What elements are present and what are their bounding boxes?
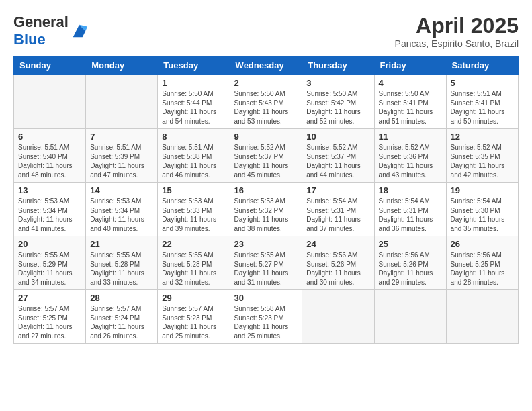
day-cell: 23Sunrise: 5:55 AMSunset: 5:27 PMDayligh… [230,236,302,290]
day-cell: 10Sunrise: 5:52 AMSunset: 5:37 PMDayligh… [302,129,374,183]
day-number: 20 [18,239,81,249]
page-header: General Blue April 2025 Pancas, Espirito… [13,13,519,49]
day-number: 3 [306,78,369,88]
day-info: Sunrise: 5:54 AMSunset: 5:31 PMDaylight:… [306,197,369,233]
day-info: Sunrise: 5:52 AMSunset: 5:36 PMDaylight:… [379,143,442,179]
logo: General Blue [13,13,89,48]
day-info: Sunrise: 5:51 AMSunset: 5:38 PMDaylight:… [162,143,225,179]
day-info: Sunrise: 5:50 AMSunset: 5:42 PMDaylight:… [306,89,369,126]
day-info: Sunrise: 5:55 AMSunset: 5:28 PMDaylight:… [162,250,225,287]
day-cell: 26Sunrise: 5:56 AMSunset: 5:25 PMDayligh… [446,236,518,290]
day-cell: 30Sunrise: 5:58 AMSunset: 5:23 PMDayligh… [230,290,302,344]
day-info: Sunrise: 5:55 AMSunset: 5:29 PMDaylight:… [18,250,81,287]
day-cell: 4Sunrise: 5:50 AMSunset: 5:41 PMDaylight… [374,75,446,129]
day-info: Sunrise: 5:57 AMSunset: 5:24 PMDaylight:… [90,304,153,340]
day-cell: 20Sunrise: 5:55 AMSunset: 5:29 PMDayligh… [14,236,86,290]
day-info: Sunrise: 5:56 AMSunset: 5:25 PMDaylight:… [451,250,514,287]
day-number: 18 [379,185,442,195]
day-number: 5 [451,78,514,88]
day-number: 24 [306,239,369,249]
month-title: April 2025 [395,13,519,38]
day-cell: 12Sunrise: 5:52 AMSunset: 5:35 PMDayligh… [446,129,518,183]
day-number: 4 [379,78,442,88]
day-cell: 5Sunrise: 5:51 AMSunset: 5:41 PMDaylight… [446,75,518,129]
day-number: 15 [162,185,225,195]
day-number: 28 [90,293,153,303]
day-number: 9 [234,132,298,142]
day-cell [302,290,374,344]
day-number: 25 [379,239,442,249]
title-area: April 2025 Pancas, Espirito Santo, Brazi… [395,13,519,49]
day-cell: 7Sunrise: 5:51 AMSunset: 5:39 PMDaylight… [86,129,158,183]
day-info: Sunrise: 5:55 AMSunset: 5:28 PMDaylight:… [90,250,153,287]
day-info: Sunrise: 5:51 AMSunset: 5:39 PMDaylight:… [90,143,153,179]
day-info: Sunrise: 5:52 AMSunset: 5:37 PMDaylight:… [306,143,369,179]
day-number: 30 [234,293,298,303]
day-info: Sunrise: 5:50 AMSunset: 5:43 PMDaylight:… [234,89,298,126]
day-number: 6 [18,132,81,142]
week-row-2: 6Sunrise: 5:51 AMSunset: 5:40 PMDaylight… [14,129,519,183]
day-cell [446,290,518,344]
day-number: 19 [451,185,514,195]
day-cell: 24Sunrise: 5:56 AMSunset: 5:26 PMDayligh… [302,236,374,290]
day-info: Sunrise: 5:53 AMSunset: 5:33 PMDaylight:… [162,197,225,233]
day-number: 14 [90,185,153,195]
day-cell: 9Sunrise: 5:52 AMSunset: 5:37 PMDaylight… [230,129,302,183]
day-info: Sunrise: 5:51 AMSunset: 5:40 PMDaylight:… [18,143,81,179]
day-number: 16 [234,185,298,195]
day-number: 1 [162,78,225,88]
day-cell: 6Sunrise: 5:51 AMSunset: 5:40 PMDaylight… [14,129,86,183]
logo-text: General Blue [13,13,69,48]
dow-wednesday: Wednesday [230,56,302,75]
day-cell: 19Sunrise: 5:54 AMSunset: 5:30 PMDayligh… [446,183,518,236]
dow-thursday: Thursday [302,56,374,75]
week-row-4: 20Sunrise: 5:55 AMSunset: 5:29 PMDayligh… [14,236,519,290]
day-cell: 27Sunrise: 5:57 AMSunset: 5:25 PMDayligh… [14,290,86,344]
day-info: Sunrise: 5:50 AMSunset: 5:41 PMDaylight:… [379,89,442,126]
day-info: Sunrise: 5:58 AMSunset: 5:23 PMDaylight:… [234,304,298,340]
day-number: 11 [379,132,442,142]
day-number: 7 [90,132,153,142]
day-cell: 8Sunrise: 5:51 AMSunset: 5:38 PMDaylight… [158,129,230,183]
day-info: Sunrise: 5:55 AMSunset: 5:27 PMDaylight:… [234,250,298,287]
day-info: Sunrise: 5:53 AMSunset: 5:34 PMDaylight:… [18,197,81,233]
day-cell: 14Sunrise: 5:53 AMSunset: 5:34 PMDayligh… [86,183,158,236]
day-number: 13 [18,185,81,195]
day-info: Sunrise: 5:52 AMSunset: 5:37 PMDaylight:… [234,143,298,179]
day-cell: 17Sunrise: 5:54 AMSunset: 5:31 PMDayligh… [302,183,374,236]
day-number: 10 [306,132,369,142]
day-cell: 11Sunrise: 5:52 AMSunset: 5:36 PMDayligh… [374,129,446,183]
day-cell [86,75,158,129]
day-cell: 22Sunrise: 5:55 AMSunset: 5:28 PMDayligh… [158,236,230,290]
dow-monday: Monday [86,56,158,75]
day-cell: 3Sunrise: 5:50 AMSunset: 5:42 PMDaylight… [302,75,374,129]
day-number: 8 [162,132,225,142]
day-cell: 28Sunrise: 5:57 AMSunset: 5:24 PMDayligh… [86,290,158,344]
day-cell: 16Sunrise: 5:53 AMSunset: 5:32 PMDayligh… [230,183,302,236]
day-cell [14,75,86,129]
day-number: 21 [90,239,153,249]
day-cell: 15Sunrise: 5:53 AMSunset: 5:33 PMDayligh… [158,183,230,236]
logo-general: General [13,13,69,30]
day-number: 12 [451,132,514,142]
logo-icon [70,21,89,40]
day-info: Sunrise: 5:54 AMSunset: 5:31 PMDaylight:… [379,197,442,233]
days-of-week-header: SundayMondayTuesdayWednesdayThursdayFrid… [14,56,519,75]
week-row-3: 13Sunrise: 5:53 AMSunset: 5:34 PMDayligh… [14,183,519,236]
day-cell [374,290,446,344]
day-cell: 21Sunrise: 5:55 AMSunset: 5:28 PMDayligh… [86,236,158,290]
day-number: 22 [162,239,225,249]
day-info: Sunrise: 5:54 AMSunset: 5:30 PMDaylight:… [451,197,514,233]
dow-saturday: Saturday [446,56,518,75]
day-info: Sunrise: 5:57 AMSunset: 5:25 PMDaylight:… [18,304,81,340]
day-cell: 18Sunrise: 5:54 AMSunset: 5:31 PMDayligh… [374,183,446,236]
day-info: Sunrise: 5:56 AMSunset: 5:26 PMDaylight:… [379,250,442,287]
logo-blue: Blue [13,31,46,48]
day-number: 26 [451,239,514,249]
day-number: 2 [234,78,298,88]
day-info: Sunrise: 5:53 AMSunset: 5:32 PMDaylight:… [234,197,298,233]
day-number: 23 [234,239,298,249]
calendar-body: 1Sunrise: 5:50 AMSunset: 5:44 PMDaylight… [14,75,519,344]
location-subtitle: Pancas, Espirito Santo, Brazil [395,38,519,49]
day-number: 17 [306,185,369,195]
